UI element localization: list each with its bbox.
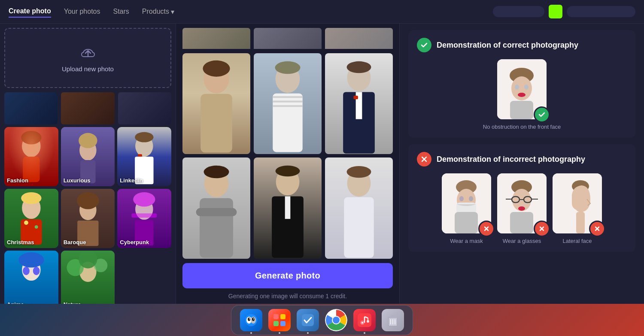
incorrect-demo-title: Demonstration of incorrect photography: [437, 155, 585, 164]
sidebar-top-row: [4, 92, 171, 124]
dock-finder[interactable]: [240, 309, 262, 331]
svg-point-25: [33, 267, 40, 275]
svg-rect-110: [391, 315, 395, 317]
incorrect-item-mask: Wear a mask: [442, 173, 491, 244]
style-item-anime[interactable]: Anime: [4, 251, 58, 304]
navigation: Create photo Your photos Stars Products …: [0, 0, 644, 24]
generate-photo-button[interactable]: Generate photo: [182, 263, 393, 288]
svg-point-29: [79, 251, 97, 268]
svg-point-13: [24, 221, 28, 225]
style-label-baroque: Baroque: [64, 239, 86, 245]
finder-dot: [250, 332, 252, 334]
center-panel: Generate photo Generating one image will…: [176, 24, 399, 304]
svg-rect-79: [510, 212, 533, 233]
photo-cell-4[interactable]: [182, 157, 250, 259]
svg-point-49: [276, 166, 300, 176]
incorrect-icon: [417, 152, 431, 166]
nav-credits-pill: [493, 6, 544, 17]
svg-point-107: [367, 320, 369, 323]
music-dot: [364, 332, 365, 334]
svg-rect-95: [273, 321, 279, 326]
svg-rect-47: [196, 208, 237, 216]
svg-rect-46: [200, 198, 233, 258]
svg-point-7: [135, 132, 153, 142]
style-item-cyberpunk[interactable]: Cyberpunk: [117, 189, 171, 248]
svg-rect-97: [302, 314, 314, 326]
svg-point-66: [469, 196, 473, 201]
photo-cell-6[interactable]: [325, 157, 393, 259]
dock-tasks[interactable]: [297, 309, 319, 331]
style-grid: Fashion Luxurious: [4, 127, 171, 304]
svg-point-58: [524, 85, 529, 90]
incorrect-item-lateral: Lateral face: [553, 173, 602, 244]
correct-demo-content: No obstruction on the front face: [417, 59, 627, 130]
style-label-linkedin: LinkedIn: [120, 177, 143, 184]
nav-your-photos[interactable]: Your photos: [64, 6, 100, 17]
style-item-luxurious[interactable]: Luxurious: [61, 127, 115, 186]
nav-user-name: [567, 6, 635, 17]
dock-music[interactable]: [353, 309, 376, 331]
svg-point-92: [253, 318, 254, 319]
lateral-incorrect-badge: [589, 221, 605, 237]
svg-point-0: [22, 135, 40, 157]
svg-point-100: [333, 317, 340, 324]
correct-demo-title: Demonstration of correct photography: [437, 41, 578, 50]
incorrect-item-glasses: Wear a glasses: [497, 173, 547, 244]
dock-apps[interactable]: [268, 309, 291, 331]
credit-info: Generating one image will consume 1 cred…: [182, 293, 393, 300]
svg-point-1: [21, 131, 41, 145]
tasks-dot: [307, 332, 309, 334]
dock-chrome[interactable]: [325, 309, 347, 331]
svg-point-53: [347, 166, 371, 178]
incorrect-demo-grid: Wear a mask: [417, 173, 627, 244]
style-label-cyberpunk: Cyberpunk: [120, 239, 149, 245]
mask-incorrect-badge: [478, 221, 495, 237]
svg-rect-83: [576, 212, 585, 233]
style-item-baroque[interactable]: Baroque: [61, 189, 115, 248]
nav-create-photo[interactable]: Create photo: [9, 6, 51, 18]
correct-demo-header: Demonstration of correct photography: [417, 38, 627, 52]
sidebar-prev-3: [118, 92, 171, 124]
dock-trash[interactable]: [382, 309, 404, 331]
style-item-christmas[interactable]: Christmas: [4, 189, 58, 248]
svg-point-91: [249, 318, 250, 319]
sidebar-prev-1: [4, 92, 58, 124]
style-item-linkedin[interactable]: LinkedIn: [117, 127, 171, 186]
svg-rect-96: [280, 321, 286, 326]
nav-products[interactable]: Products ▾: [142, 6, 174, 18]
correct-face-label: No obstruction on the front face: [483, 124, 561, 130]
svg-rect-93: [273, 314, 279, 319]
svg-rect-9: [138, 154, 142, 157]
upload-box[interactable]: Upload new photo: [4, 28, 171, 88]
svg-point-65: [459, 196, 464, 201]
incorrect-demo-header: Demonstration of incorrect photography: [417, 152, 627, 166]
svg-rect-109: [388, 317, 398, 318]
lateral-label: Lateral face: [563, 238, 592, 244]
nav-right: [493, 5, 635, 18]
apps-dot: [279, 332, 280, 334]
svg-rect-43: [353, 95, 358, 99]
svg-point-57: [515, 85, 519, 90]
center-top-1: [182, 28, 250, 49]
photo-cell-5[interactable]: [254, 157, 322, 259]
photo-cell-1[interactable]: [182, 53, 250, 154]
nav-stars[interactable]: Stars: [113, 6, 129, 17]
photo-cell-3[interactable]: [325, 53, 393, 154]
center-top-row: [182, 28, 393, 49]
sidebar-prev-2: [61, 92, 114, 124]
svg-point-19: [133, 192, 155, 207]
svg-rect-60: [510, 101, 533, 119]
svg-point-89: [248, 318, 250, 321]
correct-icon: [417, 38, 431, 52]
svg-point-16: [77, 192, 99, 209]
incorrect-demo-section: Demonstration of incorrect photography: [408, 144, 635, 252]
style-item-fashion[interactable]: Fashion: [4, 127, 58, 186]
right-panel: Demonstration of correct photography: [399, 24, 644, 304]
style-item-nature[interactable]: Nature: [61, 251, 115, 304]
svg-rect-51: [285, 197, 291, 219]
glasses-incorrect-badge: [534, 221, 550, 237]
upload-icon: [79, 44, 97, 61]
correct-demo-section: Demonstration of correct photography: [408, 30, 635, 138]
svg-rect-32: [200, 94, 232, 152]
photo-cell-2[interactable]: [254, 53, 322, 154]
